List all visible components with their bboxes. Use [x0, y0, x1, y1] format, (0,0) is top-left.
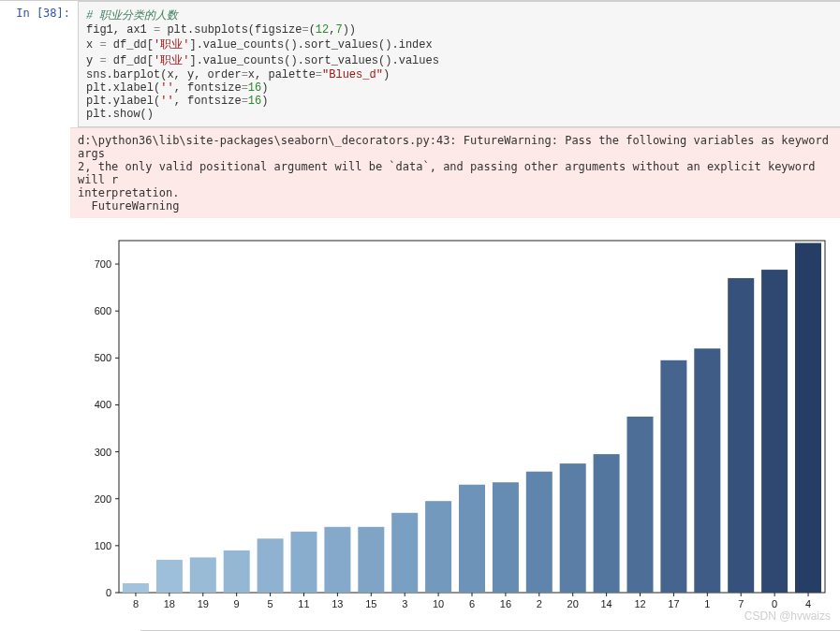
bar: [761, 270, 788, 593]
svg-text:200: 200: [95, 493, 111, 505]
bar: [493, 482, 519, 593]
chart-output: 0100200300400500600700818199511131531061…: [70, 218, 840, 623]
bar: [391, 513, 418, 593]
bar: [123, 583, 149, 593]
svg-text:11: 11: [298, 598, 309, 609]
svg-text:3: 3: [402, 598, 407, 609]
bar: [795, 243, 821, 594]
bar: [728, 278, 754, 593]
svg-text:18: 18: [164, 598, 175, 609]
svg-text:0: 0: [106, 587, 111, 598]
bar: [526, 472, 553, 593]
svg-text:9: 9: [234, 598, 240, 609]
bar: [560, 463, 586, 593]
svg-text:0: 0: [772, 598, 777, 609]
bar: [156, 560, 183, 593]
svg-text:14: 14: [600, 598, 612, 609]
code-input[interactable]: # 职业分类的人数 fig1, ax1 = plt.subplots(figsi…: [78, 1, 840, 127]
bar: [594, 454, 620, 593]
bar: [694, 348, 720, 593]
bar: [324, 527, 350, 593]
bar: [627, 417, 654, 593]
svg-text:13: 13: [332, 598, 343, 609]
bar: [190, 557, 216, 593]
svg-text:20: 20: [567, 598, 579, 609]
bar: [224, 550, 250, 593]
output-area: d:\python36\lib\site-packages\seaborn\_d…: [70, 127, 840, 631]
svg-text:300: 300: [95, 447, 111, 458]
svg-text:15: 15: [365, 598, 376, 609]
bar: [660, 360, 686, 593]
svg-text:6: 6: [469, 598, 475, 609]
svg-text:700: 700: [95, 258, 111, 270]
bar: [258, 538, 284, 593]
svg-text:400: 400: [95, 399, 111, 410]
bar: [358, 527, 384, 593]
svg-text:17: 17: [668, 598, 679, 609]
svg-text:2: 2: [537, 598, 542, 609]
code-cell: In [38]: # 职业分类的人数 fig1, ax1 = plt.subpl…: [0, 0, 840, 127]
svg-text:10: 10: [433, 598, 444, 609]
bar: [425, 501, 451, 593]
svg-text:7: 7: [738, 598, 744, 609]
svg-text:5: 5: [268, 598, 273, 609]
svg-text:19: 19: [198, 598, 209, 609]
svg-text:16: 16: [500, 598, 511, 609]
bar-chart: 0100200300400500600700818199511131531061…: [76, 229, 833, 613]
svg-text:4: 4: [805, 598, 811, 609]
input-prompt: In [38]:: [0, 1, 78, 127]
stderr-warning: d:\python36\lib\site-packages\seaborn\_d…: [70, 127, 840, 218]
bar: [459, 485, 485, 593]
svg-text:600: 600: [95, 305, 111, 316]
svg-text:8: 8: [133, 598, 139, 609]
watermark: CSDN @hvwaizs: [70, 609, 840, 623]
svg-text:100: 100: [95, 540, 111, 551]
bar: [291, 532, 317, 593]
svg-text:500: 500: [95, 352, 111, 363]
svg-text:1: 1: [704, 598, 710, 609]
svg-text:12: 12: [634, 598, 645, 609]
